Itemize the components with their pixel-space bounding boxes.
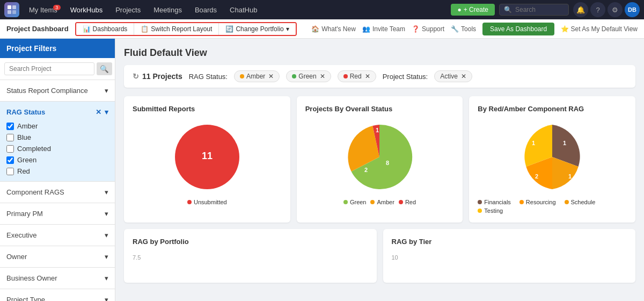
projects-overall-status-chart: 8 2 1 Green Amber <box>305 119 455 205</box>
project-dashboard-title: Project Dashboard <box>6 25 69 33</box>
rag-blue-item[interactable]: Blue <box>6 132 108 143</box>
red-amber-rag-title: By Red/Amber Component RAG <box>478 105 627 113</box>
sub-nav-actions: 📊 Dashboards 📋 Switch Report Layout 🔄 Ch… <box>75 22 297 36</box>
svg-text:2: 2 <box>364 167 368 173</box>
dashboards-button[interactable]: 📊 Dashboards <box>76 23 135 35</box>
help-icon[interactable]: ? <box>590 2 605 17</box>
nav-item-workhubs[interactable]: WorkHubs <box>65 4 108 16</box>
chevron-up-icon[interactable]: ▾ <box>105 108 108 116</box>
svg-text:1: 1 <box>568 173 572 180</box>
submitted-reports-title: Submitted Reports <box>133 105 282 113</box>
component-rags-section[interactable]: Component RAGS ▾ <box>0 182 115 203</box>
dashboard-icon: 📊 <box>83 25 91 33</box>
dropdown-arrow-icon: ▾ <box>286 25 289 33</box>
settings-icon[interactable]: ⚙ <box>608 2 623 17</box>
search-box[interactable]: 🔍 <box>499 4 569 16</box>
business-owner-section[interactable]: Business Owner ▾ <box>0 268 115 289</box>
chevron-down-icon: ▾ <box>105 87 108 95</box>
status-report-compliance-section[interactable]: Status Report Compliance ▾ <box>0 80 115 102</box>
remove-status-icon[interactable]: ✕ <box>461 73 466 80</box>
search-button[interactable]: 🔍 <box>97 62 112 75</box>
owner-section[interactable]: Owner ▾ <box>0 246 115 268</box>
unsubmitted-dot <box>187 200 192 204</box>
executive-section[interactable]: Executive ▾ <box>0 225 115 246</box>
rag-completed-item[interactable]: Completed <box>6 143 108 154</box>
save-dashboard-button[interactable]: Save As Dashboard <box>482 23 554 35</box>
nav-item-meetings[interactable]: Meetings <box>148 4 187 16</box>
project-count: ↻ 11 Projects <box>133 72 182 81</box>
rag-status-header: RAG Status ✕ ▾ <box>6 106 108 120</box>
switch-report-layout-button[interactable]: 📋 Switch Report Layout <box>134 23 219 35</box>
rag-component-pie: 1 1 2 1 <box>515 119 590 195</box>
invite-team-button[interactable]: 👥 Invite Team <box>362 25 405 33</box>
content-header: Fluid Default View <box>124 47 635 59</box>
svg-rect-1 <box>12 5 16 9</box>
sub-navigation: Project Dashboard 📊 Dashboards 📋 Switch … <box>0 19 644 39</box>
svg-text:8: 8 <box>386 160 389 166</box>
rag-green-checkbox[interactable] <box>6 156 14 164</box>
rag-red-item[interactable]: Red <box>6 166 108 177</box>
projects-overall-status-card: Projects By Overall Status 8 2 <box>297 96 463 223</box>
filter-bar: ↻ 11 Projects RAG Status: Amber ✕ Green … <box>124 65 635 88</box>
remove-green-icon[interactable]: ✕ <box>320 73 325 80</box>
rag-red-checkbox[interactable] <box>6 168 14 175</box>
chevron-down-icon: ▾ <box>105 253 108 261</box>
portfolio-icon: 🔄 <box>225 25 233 33</box>
charts-row: Submitted Reports 11 Unsubmitted <box>124 96 635 223</box>
rag-red-tag[interactable]: Red ✕ <box>338 70 376 82</box>
change-portfolio-button[interactable]: 🔄 Change Portfolio ▾ <box>219 23 295 35</box>
user-avatar[interactable]: DB <box>625 2 640 17</box>
rag-tier-title: RAG by Tier <box>392 238 627 246</box>
layout-icon: 📋 <box>141 25 149 33</box>
svg-rect-2 <box>8 10 11 14</box>
svg-rect-3 <box>12 10 16 14</box>
search-input[interactable] <box>515 6 558 13</box>
remove-red-icon[interactable]: ✕ <box>365 73 370 80</box>
chevron-down-icon: ▾ <box>105 231 108 239</box>
tools-button[interactable]: 🔧 Tools <box>451 25 476 33</box>
red-dot <box>343 74 348 78</box>
clear-rag-icon[interactable]: ✕ <box>96 108 101 116</box>
red-amber-rag-card: By Red/Amber Component RAG <box>469 96 635 223</box>
primary-pm-section[interactable]: Primary PM ▾ <box>0 203 115 225</box>
rag-by-portfolio-card: RAG by Portfolio 7.5 <box>124 229 377 283</box>
rag-amber-checkbox[interactable] <box>6 123 14 130</box>
projects-overall-status-title: Projects By Overall Status <box>305 105 455 113</box>
project-search-input[interactable] <box>4 62 94 75</box>
nav-item-boards[interactable]: Boards <box>189 4 222 16</box>
view-title: Fluid Default View <box>124 47 207 59</box>
rag-completed-checkbox[interactable] <box>6 145 14 153</box>
nav-item-chathub[interactable]: ChatHub <box>224 4 262 16</box>
rag-status-section: RAG Status ✕ ▾ Amber Blue Completed Gr <box>0 102 115 182</box>
bottom-row: RAG by Portfolio 7.5 RAG by Tier 10 <box>124 229 635 283</box>
rag-tier-ymax: 10 <box>392 252 627 261</box>
submitted-reports-card: Submitted Reports 11 Unsubmitted <box>124 96 290 223</box>
sidebar-search-area: 🔍 <box>0 58 115 80</box>
rag-amber-tag[interactable]: Amber ✕ <box>234 70 280 82</box>
rag-green-item[interactable]: Green <box>6 154 108 166</box>
refresh-icon[interactable]: ↻ <box>133 72 139 81</box>
chevron-down-icon: ▾ <box>105 296 108 301</box>
create-button[interactable]: ●+ Create <box>451 4 495 16</box>
rag-green-tag[interactable]: Green ✕ <box>286 70 331 82</box>
top-navigation: My Items 3 WorkHubs Projects Meetings Bo… <box>0 0 644 19</box>
sidebar-header: Project Filters <box>0 39 115 58</box>
amber-dot <box>240 74 244 78</box>
whats-new-button[interactable]: 🏠 What's New <box>311 25 356 33</box>
rag-blue-checkbox[interactable] <box>6 134 14 141</box>
red-amber-rag-chart: 1 1 2 1 Financials Resourcing <box>478 119 627 214</box>
rag-component-legend: Financials Resourcing Schedule Test <box>478 199 627 214</box>
project-status-label: Project Status: <box>383 73 428 81</box>
nav-item-myitems[interactable]: My Items 3 <box>24 4 63 16</box>
remove-amber-icon[interactable]: ✕ <box>268 73 274 80</box>
chevron-down-icon: ▾ <box>105 274 108 282</box>
nav-item-projects[interactable]: Projects <box>110 4 146 16</box>
project-status-active-tag[interactable]: Active ✕ <box>434 70 472 82</box>
rag-amber-item[interactable]: Amber <box>6 120 108 132</box>
support-button[interactable]: ❓ Support <box>412 25 444 33</box>
support-icon: ❓ <box>412 25 420 33</box>
notifications-icon[interactable]: 🔔 <box>573 2 588 17</box>
svg-rect-0 <box>8 5 11 9</box>
project-type-section[interactable]: Project Type ▾ <box>0 289 115 301</box>
set-default-button[interactable]: ⭐ Set As My Default View <box>561 25 638 33</box>
